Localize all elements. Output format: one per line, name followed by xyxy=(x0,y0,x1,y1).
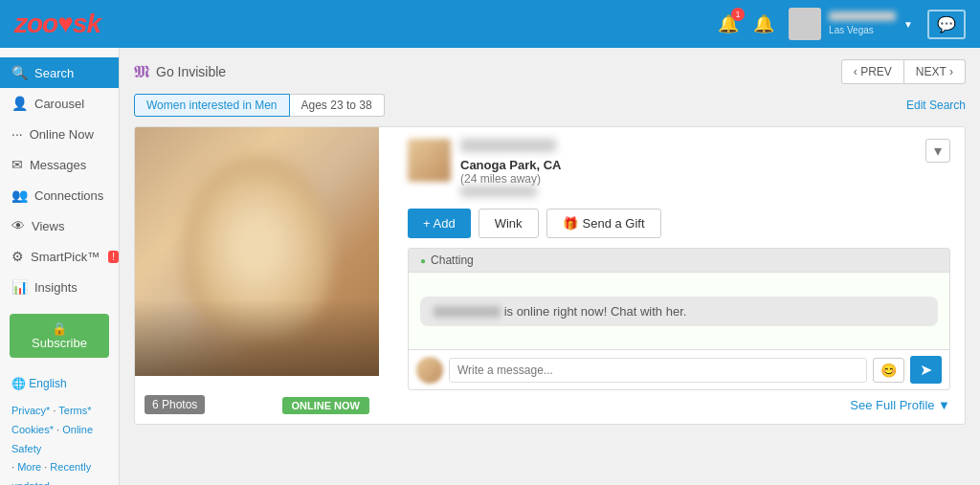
user-info: Las Vegas xyxy=(829,11,896,36)
chat-online-dot: ● xyxy=(420,255,426,266)
add-button[interactable]: + Add xyxy=(408,209,471,238)
filter-pills: Women interested in Men Ages 23 to 38 xyxy=(134,94,385,117)
go-invisible-button[interactable]: 𝕸 Go Invisible xyxy=(134,62,226,82)
logo[interactable]: zoo♥sk xyxy=(14,9,100,39)
profile-photo[interactable] xyxy=(135,127,379,376)
gift-icon: 🎁 xyxy=(563,216,578,231)
logo-heart: ♥ xyxy=(57,9,73,38)
notification-badge: 1 xyxy=(731,8,745,21)
chat-input-area: 😊 ➤ xyxy=(409,349,949,389)
chat-body: is online right now! Chat with her. xyxy=(409,273,949,349)
chat-bubble: is online right now! Chat with her. xyxy=(420,297,938,326)
top-nav: zoo♥sk 🔔 1 🔔 Las Vegas ▼ 💬 xyxy=(0,0,980,48)
cookies-link[interactable]: Cookies* xyxy=(11,424,54,435)
subscribe-button[interactable]: 🔒 Subscribe xyxy=(10,314,109,358)
profile-details: Canoga Park, CA (24 miles away) xyxy=(460,139,561,197)
invisible-bar: 𝕸 Go Invisible ‹ PREV NEXT › xyxy=(134,59,966,84)
see-full-profile-link[interactable]: See Full Profile ▼ xyxy=(850,398,950,412)
sidebar: 🔍 Search 👤 Carousel ··· Online Now ✉ Mes… xyxy=(0,48,120,485)
send-button[interactable]: ➤ xyxy=(910,356,942,384)
search-icon: 🔍 xyxy=(11,65,28,80)
alerts-btn[interactable]: 🔔 xyxy=(753,13,774,34)
language-selector[interactable]: 🌐 English xyxy=(0,369,119,398)
notifications-btn[interactable]: 🔔 1 xyxy=(718,13,739,34)
wink-button[interactable]: Wink xyxy=(479,209,539,238)
profile-top: Canoga Park, CA (24 miles away) ▾ xyxy=(408,139,950,197)
filter-pill-gender[interactable]: Women interested in Men xyxy=(134,94,290,117)
emoji-button[interactable]: 😊 xyxy=(873,358,904,383)
prev-button[interactable]: ‹ PREV xyxy=(841,59,904,84)
filter-bar: Women interested in Men Ages 23 to 38 Ed… xyxy=(134,94,966,117)
main-content: 𝕸 Go Invisible ‹ PREV NEXT › Women inter… xyxy=(120,48,980,485)
photo-side: 6 Photos ONLINE NOW xyxy=(135,127,379,424)
chat-status-label: Chatting xyxy=(431,254,474,267)
terms-link[interactable]: Terms* xyxy=(58,405,91,416)
logo-text: zoo xyxy=(14,9,57,38)
user-location: Las Vegas xyxy=(829,24,896,36)
sidebar-item-carousel[interactable]: 👤 Carousel xyxy=(0,88,119,119)
sidebar-item-messages[interactable]: ✉ Messages xyxy=(0,149,119,180)
chat-avatar xyxy=(416,357,443,384)
next-button[interactable]: NEXT › xyxy=(904,59,966,84)
profile-meta-blurred xyxy=(460,186,537,197)
sidebar-item-smartpick[interactable]: ⚙ SmartPick™ ! xyxy=(0,241,119,272)
carousel-icon: 👤 xyxy=(11,96,28,111)
main-layout: 🔍 Search 👤 Carousel ··· Online Now ✉ Mes… xyxy=(0,48,980,485)
invisible-label: Go Invisible xyxy=(156,64,226,79)
invisible-icon: 𝕸 xyxy=(134,62,150,82)
see-full-profile-area: See Full Profile ▼ xyxy=(408,390,950,412)
user-dropdown-arrow: ▼ xyxy=(903,19,913,30)
sidebar-item-search[interactable]: 🔍 Search xyxy=(0,57,119,88)
chat-container: ● Chatting is online right now! Chat wit… xyxy=(408,248,950,390)
filter-pill-age[interactable]: Ages 23 to 38 xyxy=(290,94,385,117)
pagination-arrows: ‹ PREV NEXT › xyxy=(841,59,966,84)
privacy-link[interactable]: Privacy* xyxy=(11,405,50,416)
more-link[interactable]: More xyxy=(17,461,41,473)
sidebar-item-online-now[interactable]: ··· Online Now xyxy=(0,119,119,149)
action-buttons: + Add Wink 🎁 Send a Gift xyxy=(408,209,950,238)
gift-label: Send a Gift xyxy=(583,216,645,231)
messages-icon: ✉ xyxy=(11,157,23,172)
sidebar-label-search: Search xyxy=(34,66,74,80)
profile-thumbnail xyxy=(408,139,451,182)
user-name-blurred xyxy=(829,11,896,21)
profile-distance: (24 miles away) xyxy=(460,172,561,186)
user-avatar xyxy=(789,8,821,40)
sidebar-label-messages: Messages xyxy=(30,158,86,172)
smartpick-badge: ! xyxy=(108,251,119,263)
profile-card: 6 Photos ONLINE NOW Canoga Park, CA (24 … xyxy=(134,126,966,425)
gift-button[interactable]: 🎁 Send a Gift xyxy=(546,209,661,238)
views-icon: 👁 xyxy=(11,218,25,233)
sidebar-label-connections: Connections xyxy=(34,188,103,203)
sidebar-label-smartpick: SmartPick™ xyxy=(31,250,100,264)
sidebar-label-carousel: Carousel xyxy=(34,97,84,111)
insights-icon: 📊 xyxy=(11,279,28,295)
sidebar-label-insights: Insights xyxy=(34,280,78,295)
user-menu[interactable]: Las Vegas ▼ xyxy=(789,8,913,40)
sidebar-label-views: Views xyxy=(32,219,64,233)
logo-k: sk xyxy=(73,9,100,38)
sidebar-label-online-now: Online Now xyxy=(30,127,94,142)
chat-header: ● Chatting xyxy=(409,249,949,273)
sidebar-item-insights[interactable]: 📊 Insights xyxy=(0,272,119,302)
profile-left: Canoga Park, CA (24 miles away) xyxy=(408,139,561,197)
chat-message-input[interactable] xyxy=(449,358,867,383)
connections-icon: 👥 xyxy=(11,187,28,203)
chat-online-text: is online right now! Chat with her. xyxy=(504,304,687,319)
profile-info: Canoga Park, CA (24 miles away) ▾ + Add … xyxy=(393,127,965,424)
chat-user-name-blurred xyxy=(434,306,501,318)
profile-expand-button[interactable]: ▾ xyxy=(925,139,950,163)
photo-count-badge: 6 Photos xyxy=(145,395,205,414)
online-now-icon: ··· xyxy=(11,126,23,142)
sidebar-item-views[interactable]: 👁 Views xyxy=(0,210,119,241)
online-now-badge: ONLINE NOW xyxy=(282,397,370,414)
sidebar-item-connections[interactable]: 👥 Connections xyxy=(0,180,119,210)
chat-btn[interactable]: 💬 xyxy=(927,10,966,39)
sidebar-links: Privacy* · Terms* Cookies* · Online Safe… xyxy=(0,398,119,485)
profile-name-blurred xyxy=(460,139,556,152)
smartpick-icon: ⚙ xyxy=(11,249,24,264)
edit-search-link[interactable]: Edit Search xyxy=(906,99,966,112)
profile-location: Canoga Park, CA xyxy=(460,158,561,172)
language-label: English xyxy=(29,377,66,390)
nav-right: 🔔 1 🔔 Las Vegas ▼ 💬 xyxy=(718,8,966,40)
